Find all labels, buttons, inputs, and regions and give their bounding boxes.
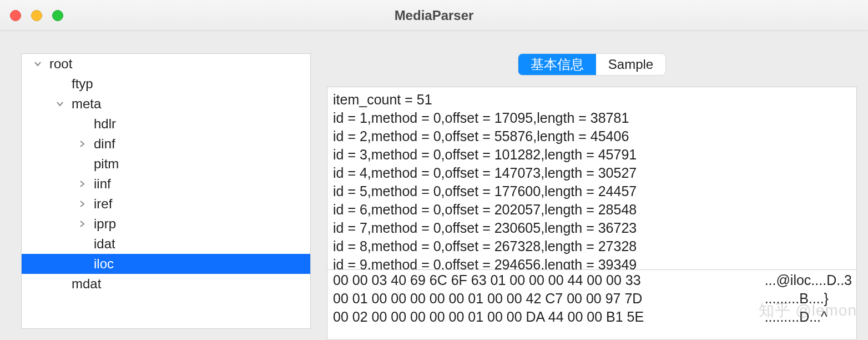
info-line: id = 8,method = 0,offset = 267328,length… — [333, 237, 852, 256]
tabs-wrap: 基本信息Sample — [327, 53, 857, 76]
info-line: id = 2,method = 0,offset = 55876,length … — [333, 127, 852, 146]
hex-bytes-column: 00 00 03 40 69 6C 6F 63 01 00 00 00 44 0… — [333, 271, 644, 339]
tree-item-label: dinf — [94, 136, 115, 152]
tree-item-label: idat — [94, 236, 115, 252]
tree-row-dinf[interactable]: dinf — [22, 134, 310, 154]
tree-row-iref[interactable]: iref — [22, 194, 310, 214]
tree-row-hdlr[interactable]: hdlr — [22, 114, 310, 134]
info-line: id = 7,method = 0,offset = 230605,length… — [333, 219, 852, 237]
minimize-icon[interactable] — [31, 10, 42, 21]
window-controls — [10, 10, 63, 21]
info-line: id = 9,method = 0,offset = 294656,length… — [333, 256, 852, 270]
tree-item-label: ftyp — [72, 76, 93, 92]
info-panel[interactable]: item_count = 51id = 1,method = 0,offset … — [327, 87, 857, 270]
info-line: id = 1,method = 0,offset = 17095,length … — [333, 109, 852, 127]
hex-ascii-column: ...@iloc....D..3 .........B....} .......… — [743, 271, 852, 339]
info-line: id = 6,method = 0,offset = 202057,length… — [333, 201, 852, 219]
tab-basic-info[interactable]: 基本信息 — [518, 54, 596, 75]
sidebar-pane: rootftypmetahdlrdinfpitmiinfirefiprpidat… — [0, 31, 316, 340]
tree-row-meta[interactable]: meta — [22, 94, 310, 114]
atom-tree[interactable]: rootftypmetahdlrdinfpitmiinfirefiprpidat… — [21, 53, 311, 329]
chevron-right-icon[interactable] — [73, 221, 92, 227]
chevron-right-icon[interactable] — [73, 141, 92, 147]
tree-item-label: meta — [72, 96, 101, 112]
tree-item-label: root — [49, 56, 72, 72]
tree-row-iinf[interactable]: iinf — [22, 174, 310, 194]
tree-row-pitm[interactable]: pitm — [22, 154, 310, 174]
tree-item-label: iinf — [94, 176, 111, 192]
tree-item-label: pitm — [94, 156, 119, 172]
info-line: id = 3,method = 0,offset = 101282,length… — [333, 146, 852, 164]
info-line: item_count = 51 — [333, 91, 852, 109]
tree-item-label: iref — [94, 196, 112, 212]
tree-item-label: hdlr — [94, 116, 116, 132]
window-titlebar: MediaParser — [0, 0, 868, 31]
info-line: id = 5,method = 0,offset = 177600,length… — [333, 182, 852, 201]
segmented-control[interactable]: 基本信息Sample — [518, 53, 666, 76]
window-title: MediaParser — [395, 8, 474, 23]
chevron-right-icon[interactable] — [73, 201, 92, 207]
tree-item-label: iprp — [94, 216, 116, 232]
close-icon[interactable] — [10, 10, 21, 21]
tree-row-iprp[interactable]: iprp — [22, 214, 310, 234]
chevron-down-icon[interactable] — [28, 62, 47, 66]
chevron-right-icon[interactable] — [73, 181, 92, 187]
tree-row-root[interactable]: root — [22, 54, 310, 74]
tree-row-idat[interactable]: idat — [22, 234, 310, 254]
tree-item-label: iloc — [94, 256, 114, 272]
chevron-down-icon[interactable] — [51, 102, 69, 106]
workspace: rootftypmetahdlrdinfpitmiinfirefiprpidat… — [0, 31, 868, 340]
tab-sample[interactable]: Sample — [596, 54, 665, 75]
tree-row-iloc[interactable]: iloc — [22, 254, 310, 274]
tree-row-mdat[interactable]: mdat — [22, 274, 310, 294]
hex-panel[interactable]: 00 00 03 40 69 6C 6F 63 01 00 00 00 44 0… — [327, 270, 857, 340]
info-line: id = 4,method = 0,offset = 147073,length… — [333, 164, 852, 182]
tree-item-label: mdat — [72, 276, 101, 292]
detail-pane: 基本信息Sample item_count = 51id = 1,method … — [316, 31, 868, 340]
zoom-icon[interactable] — [52, 10, 63, 21]
tree-row-ftyp[interactable]: ftyp — [22, 74, 310, 94]
